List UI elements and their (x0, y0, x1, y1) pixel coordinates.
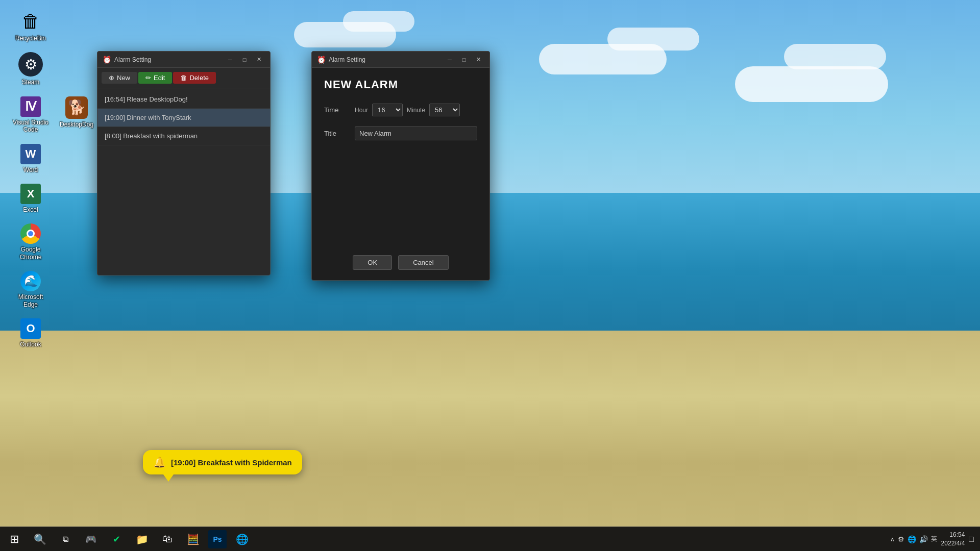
desktop-dog-icon: 🐕 (65, 96, 88, 119)
tray-network-icon[interactable]: 🌐 (908, 535, 916, 543)
alarm-window-1: ⏰ Alarm Setting ─ □ ✕ ⊕ New ✏ Edit 🗑 Del… (97, 51, 271, 276)
chrome-icon (20, 223, 41, 244)
icon-outlook[interactable]: O Outlook (10, 318, 51, 348)
recycle-bin-icon: 🗑 (19, 10, 42, 33)
new-icon: ⊕ (109, 74, 114, 82)
icon-excel-label: Excel (23, 206, 38, 213)
hour-select[interactable]: 16 (372, 104, 403, 116)
tray-lang[interactable]: 英 (931, 535, 937, 543)
system-tray: ∧ ⚙ 🌐 🔊 英 (890, 535, 937, 543)
notification-bell-icon: 🔔 (153, 456, 166, 468)
delete-label: Delete (189, 74, 209, 82)
time-inputs: Hour 16 Minute 56 (355, 104, 477, 116)
icon-outlook-label: Outlook (20, 341, 41, 348)
desktop: 🗑 RecycleBin ⚙ Steam Ⅳ Visual StudioCode… (0, 0, 980, 551)
tray-steam-icon[interactable]: ⚙ (898, 535, 904, 543)
steam-icon: ⚙ (18, 52, 43, 77)
icon-desktop-dog-label: DesktopDog (60, 121, 93, 128)
alarm-list: [16:54] Rlease DesktopDog! [19:00] Dinne… (97, 88, 270, 147)
alarm-icon-1: ⏰ (103, 56, 111, 64)
search-taskbar-button[interactable]: 🔍 (28, 527, 52, 552)
edit-label: Edit (154, 74, 165, 82)
icon-word-label: Word (23, 166, 38, 173)
alarm-toolbar: ⊕ New ✏ Edit 🗑 Delete (97, 68, 270, 88)
clock-date: 2022/4/4 (941, 539, 965, 548)
outlook-icon: O (20, 318, 41, 339)
cancel-btn[interactable]: Cancel (398, 255, 448, 270)
tray-chevron[interactable]: ∧ (890, 536, 895, 543)
start-button[interactable]: ⊞ (2, 527, 27, 552)
alarm-title-1: Alarm Setting (114, 56, 151, 63)
file-explorer-taskbar-btn[interactable]: 📁 (130, 527, 154, 552)
window-controls-2: ─ □ ✕ (444, 55, 484, 65)
edge-taskbar-btn[interactable]: 🌐 (230, 527, 254, 552)
excel-icon: X (20, 184, 41, 204)
alarm-window-2: ⏰ Alarm Setting ─ □ ✕ NEW ALARM Time Hou… (311, 51, 490, 281)
titlebar-left-2: ⏰ Alarm Setting (317, 56, 365, 64)
notification-bubble: 🔔 [19:00] Breakfast with Spiderman (143, 450, 302, 474)
alarm-item-3[interactable]: [8:00] Breakfast with spiderman (97, 127, 270, 145)
tray-volume-icon[interactable]: 🔊 (919, 535, 928, 543)
taskbar-right: ∧ ⚙ 🌐 🔊 英 16:54 2022/4/4 □ (890, 531, 980, 548)
title-label: Title (324, 130, 350, 137)
alarm-item-2[interactable]: [19:00] Dinner with TonyStark (97, 109, 270, 127)
minimize-btn-1[interactable]: ─ (224, 55, 236, 65)
taskbar-left: ⊞ 🔍 ⧉ 🎮 ✔ 📁 🛍 🧮 Ps 🌐 (0, 527, 254, 552)
word-icon: W (20, 144, 41, 164)
icon-excel[interactable]: X Excel (10, 184, 51, 213)
window-controls-1: ─ □ ✕ (224, 55, 265, 65)
edit-icon: ✏ (145, 74, 151, 82)
icon-recycle-bin-label: RecycleBin (15, 35, 46, 42)
icon-vs-code[interactable]: Ⅳ Visual StudioCode (10, 96, 51, 134)
steam-taskbar-btn[interactable]: 🎮 (79, 527, 103, 552)
icon-chrome-label: GoogleChrome (20, 246, 42, 261)
hour-unit-label: Hour (355, 107, 368, 114)
title-row: Title (324, 127, 477, 140)
checkmark-taskbar-btn[interactable]: ✔ (104, 527, 129, 552)
cloud-4 (607, 28, 699, 51)
delete-alarm-btn[interactable]: 🗑 Delete (173, 72, 216, 84)
chrome-center (27, 230, 35, 238)
time-label: Time (324, 106, 350, 114)
new-alarm-heading: NEW ALARM (324, 78, 477, 91)
alarm-title-2: Alarm Setting (329, 56, 365, 63)
icon-edge[interactable]: 🌊 MicrosoftEdge (10, 271, 51, 308)
task-view-button[interactable]: ⧉ (53, 527, 78, 552)
edit-alarm-btn[interactable]: ✏ Edit (138, 72, 172, 84)
vs-code-icon: Ⅳ (20, 96, 41, 117)
icon-desktop-dog[interactable]: 🐕 DesktopDog (56, 96, 97, 134)
icon-vs-label: Visual StudioCode (13, 119, 48, 134)
alarm-titlebar-1: ⏰ Alarm Setting ─ □ ✕ (97, 52, 270, 68)
maximize-btn-1[interactable]: □ (238, 55, 251, 65)
cloud-2 (343, 11, 414, 32)
alarm-item-1[interactable]: [16:54] Rlease DesktopDog! (97, 90, 270, 109)
title-input[interactable] (355, 127, 477, 140)
calculator-taskbar-btn[interactable]: 🧮 (181, 527, 205, 552)
icon-chrome[interactable]: GoogleChrome (10, 223, 51, 261)
minute-unit-label: Minute (407, 107, 425, 114)
store-taskbar-btn[interactable]: 🛍 (155, 527, 180, 552)
close-btn-2[interactable]: ✕ (472, 55, 484, 65)
taskbar-clock[interactable]: 16:54 2022/4/4 (941, 531, 965, 548)
new-label: New (117, 74, 130, 82)
minimize-btn-2[interactable]: ─ (444, 55, 456, 65)
delete-icon: 🗑 (180, 74, 187, 82)
beach-bg (0, 331, 980, 551)
notification-text: [19:00] Breakfast with Spiderman (171, 458, 292, 467)
photoshop-taskbar-btn[interactable]: Ps (208, 530, 227, 548)
new-alarm-btn[interactable]: ⊕ New (102, 72, 137, 84)
new-alarm-content: NEW ALARM Time Hour 16 Minute 56 Title (312, 68, 489, 161)
edge-icon: 🌊 (20, 271, 41, 291)
minute-select[interactable]: 56 (429, 104, 460, 116)
icon-recycle-bin[interactable]: 🗑 RecycleBin (10, 10, 51, 42)
ok-btn[interactable]: OK (353, 255, 392, 270)
maximize-btn-2[interactable]: □ (458, 55, 470, 65)
notification-btn[interactable]: □ (969, 535, 974, 544)
time-row: Time Hour 16 Minute 56 (324, 104, 477, 116)
icon-word[interactable]: W Word (10, 144, 51, 173)
alarm-titlebar-2: ⏰ Alarm Setting ─ □ ✕ (312, 52, 489, 68)
icon-edge-label: MicrosoftEdge (18, 293, 43, 308)
close-btn-1[interactable]: ✕ (253, 55, 265, 65)
icon-steam-label: Steam (22, 79, 40, 86)
icon-steam[interactable]: ⚙ Steam (10, 52, 51, 86)
